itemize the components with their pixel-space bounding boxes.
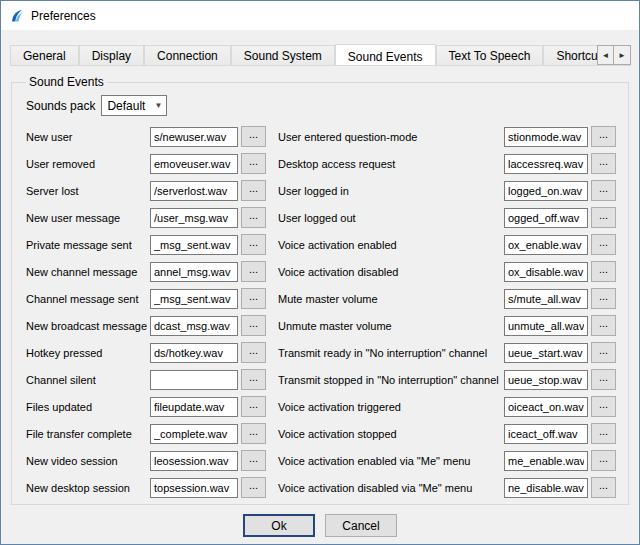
browse-button[interactable]: ... [591, 180, 616, 201]
sound-file-input[interactable] [150, 154, 238, 174]
tab-sound-system[interactable]: Sound System [231, 45, 335, 65]
sound-event-row: Voice activation disabled via "Me" menu … [276, 477, 616, 498]
sound-event-row: Server lost ... [24, 180, 266, 201]
browse-button[interactable]: ... [241, 450, 266, 471]
browse-button[interactable]: ... [591, 369, 616, 390]
sound-file-input[interactable] [150, 397, 238, 417]
sound-event-label: Transmit ready in "No interruption" chan… [276, 347, 504, 359]
browse-button[interactable]: ... [591, 153, 616, 174]
cancel-button[interactable]: Cancel [325, 514, 397, 537]
browse-button[interactable]: ... [241, 234, 266, 255]
browse-button[interactable]: ... [591, 126, 616, 147]
browse-button[interactable]: ... [591, 234, 616, 255]
sound-file-input[interactable] [504, 343, 588, 363]
sound-event-row: Voice activation enabled via "Me" menu .… [276, 450, 616, 471]
sound-file-input[interactable] [504, 289, 588, 309]
sound-file-input[interactable] [504, 154, 588, 174]
tab-sound-events[interactable]: Sound Events [335, 44, 436, 66]
events-column-left: New user ... User removed ... Server los… [24, 126, 266, 504]
browse-button[interactable]: ... [241, 477, 266, 498]
browse-button[interactable]: ... [241, 369, 266, 390]
sound-event-label: New user message [24, 212, 150, 224]
tab-label: Display [92, 49, 131, 63]
preferences-dialog: Preferences General Display Connection S… [0, 0, 640, 545]
sound-file-input[interactable] [504, 208, 588, 228]
sound-event-label: Files updated [24, 401, 150, 413]
sound-event-label: Channel silent [24, 374, 150, 386]
tab-scroll-right-icon[interactable]: ► [614, 45, 631, 65]
sound-file-input[interactable] [150, 424, 238, 444]
sound-file-input[interactable] [504, 370, 588, 390]
sound-file-input[interactable] [504, 424, 588, 444]
sound-event-row: User removed ... [24, 153, 266, 174]
sound-file-input[interactable] [150, 127, 238, 147]
sounds-pack-value: Default [102, 99, 150, 113]
sound-event-label: Private message sent [24, 239, 150, 251]
sound-event-label: File transfer complete [24, 428, 150, 440]
sound-event-row: New user ... [24, 126, 266, 147]
browse-button[interactable]: ... [241, 423, 266, 444]
browse-button[interactable]: ... [241, 288, 266, 309]
sound-file-input[interactable] [150, 370, 238, 390]
sounds-pack-select[interactable]: Default ▼ [101, 95, 167, 116]
browse-button[interactable]: ... [591, 342, 616, 363]
browse-button[interactable]: ... [241, 126, 266, 147]
sound-file-input[interactable] [150, 208, 238, 228]
browse-button[interactable]: ... [591, 288, 616, 309]
tab-general[interactable]: General [10, 45, 79, 65]
browse-button[interactable]: ... [591, 477, 616, 498]
sound-file-input[interactable] [504, 316, 588, 336]
browse-button[interactable]: ... [591, 396, 616, 417]
tab-scroll-left-icon[interactable]: ◄ [597, 45, 614, 65]
sound-event-label: Desktop access request [276, 158, 504, 170]
browse-button[interactable]: ... [591, 207, 616, 228]
sound-file-input[interactable] [150, 478, 238, 498]
sound-file-input[interactable] [150, 343, 238, 363]
browse-button[interactable]: ... [241, 153, 266, 174]
event-columns: New user ... User removed ... Server los… [24, 126, 616, 504]
sound-event-label: Voice activation disabled [276, 266, 504, 278]
sound-event-row: New broadcast message ... [24, 315, 266, 336]
sound-file-input[interactable] [150, 316, 238, 336]
browse-button[interactable]: ... [241, 342, 266, 363]
sound-file-input[interactable] [504, 397, 588, 417]
sound-file-input[interactable] [150, 289, 238, 309]
ok-button[interactable]: Ok [243, 514, 315, 537]
tab-bar: General Display Connection Sound System … [10, 44, 631, 66]
sound-file-input[interactable] [504, 262, 588, 282]
sound-event-row: User logged in ... [276, 180, 616, 201]
sound-event-label: New channel message [24, 266, 150, 278]
browse-button[interactable]: ... [241, 315, 266, 336]
tab-connection[interactable]: Connection [144, 45, 231, 65]
tab-display[interactable]: Display [79, 45, 144, 65]
sound-event-label: Transmit stopped in "No interruption" ch… [276, 374, 504, 386]
browse-button[interactable]: ... [241, 207, 266, 228]
sound-file-input[interactable] [504, 235, 588, 255]
sound-events-groupbox: Sound Events Sounds pack Default ▼ New u… [11, 75, 629, 505]
sound-event-label: User removed [24, 158, 150, 170]
sound-file-input[interactable] [504, 127, 588, 147]
browse-button[interactable]: ... [591, 261, 616, 282]
sound-file-input[interactable] [150, 235, 238, 255]
sound-file-input[interactable] [504, 478, 588, 498]
sound-event-row: File transfer complete ... [24, 423, 266, 444]
sound-event-row: Private message sent ... [24, 234, 266, 255]
browse-button[interactable]: ... [591, 450, 616, 471]
browse-button[interactable]: ... [591, 315, 616, 336]
sound-event-row: Unmute master volume ... [276, 315, 616, 336]
browse-button[interactable]: ... [241, 180, 266, 201]
sound-event-label: Mute master volume [276, 293, 504, 305]
sound-file-input[interactable] [150, 262, 238, 282]
sound-event-row: Channel silent ... [24, 369, 266, 390]
app-logo-icon [9, 8, 25, 24]
sound-file-input[interactable] [150, 181, 238, 201]
sound-event-row: Channel message sent ... [24, 288, 266, 309]
browse-button[interactable]: ... [241, 396, 266, 417]
tab-label: General [23, 49, 66, 63]
sound-file-input[interactable] [504, 181, 588, 201]
browse-button[interactable]: ... [591, 423, 616, 444]
browse-button[interactable]: ... [241, 261, 266, 282]
sound-file-input[interactable] [150, 451, 238, 471]
sound-file-input[interactable] [504, 451, 588, 471]
tab-text-to-speech[interactable]: Text To Speech [436, 45, 544, 65]
